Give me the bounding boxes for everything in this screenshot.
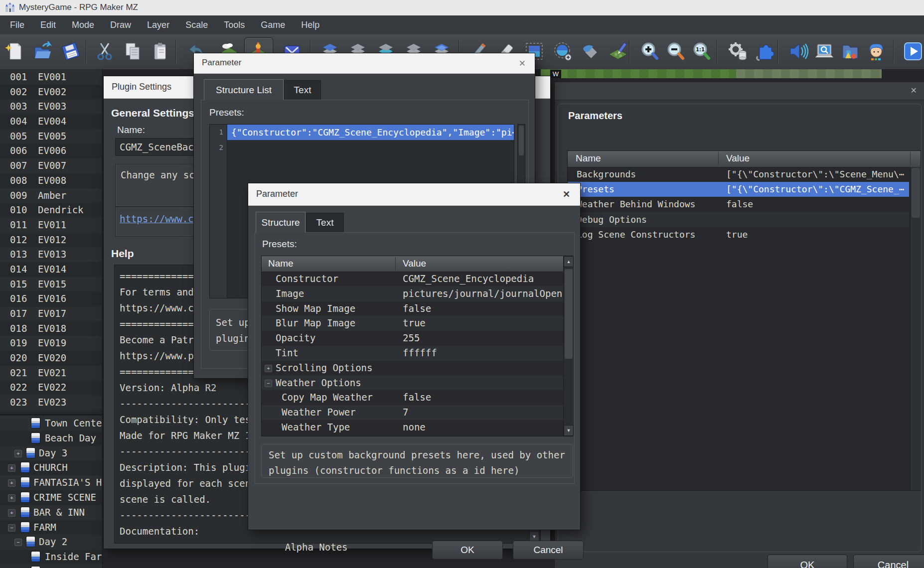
event-list-item[interactable]: 012EV012 [0, 233, 102, 248]
new-project-icon[interactable] [5, 41, 25, 61]
parameter-row[interactable]: Debug Options [568, 212, 909, 227]
event-list-item[interactable]: 005EV005 [0, 129, 102, 144]
menu-item-mode[interactable]: Mode [64, 15, 102, 34]
shadow-pen-icon[interactable] [608, 41, 628, 61]
row-expander-icon[interactable]: + [265, 365, 272, 372]
close-icon[interactable]: ✕ [519, 58, 526, 69]
tree-expander-icon[interactable]: + [8, 464, 15, 472]
structure-table-row[interactable]: Copy Map Weatherfalse [262, 390, 573, 405]
scrollbar-thumb[interactable] [912, 168, 920, 218]
event-list-item[interactable]: 021EV021 [0, 366, 102, 381]
parameter-row[interactable]: Presets["{\"Constructor\":\"CGMZ_Scene_⋯ [568, 182, 909, 197]
table-scrollbar[interactable] [910, 167, 921, 490]
structure-table-row[interactable]: Show Map Imagefalse [262, 301, 573, 316]
column-divider[interactable] [718, 152, 719, 165]
structure-table-row[interactable]: Opacity255 [262, 331, 573, 346]
structure-table-row[interactable]: +Scrolling Options [262, 361, 573, 376]
map-tree-item[interactable]: Inside Farm [0, 550, 102, 565]
event-list-item[interactable]: 017EV017 [0, 306, 102, 321]
structure-table-row[interactable]: Imagepictures/journal/journalOpen [262, 286, 573, 301]
column-header-name[interactable]: Name [268, 258, 294, 269]
menu-item-scale[interactable]: Scale [177, 15, 216, 34]
event-list-item[interactable]: 020EV020 [0, 351, 102, 366]
event-list-item[interactable]: 016EV016 [0, 291, 102, 306]
tree-expander-icon[interactable]: + [8, 479, 15, 487]
event-list-item[interactable]: 011EV011 [0, 218, 102, 233]
event-list-item[interactable]: 010Dendrick [0, 203, 102, 218]
zoom-actual-icon[interactable]: 1:1 [692, 41, 712, 61]
sound-test-icon[interactable] [788, 41, 808, 61]
preset-json-row-selected[interactable]: {"Constructor":"CGMZ_Scene_Encyclopedia"… [227, 125, 514, 140]
event-list-item[interactable]: 009Amber [0, 188, 102, 203]
plugin-manager-icon[interactable] [755, 41, 774, 61]
structure-table-row[interactable]: Blur Map Imagetrue [262, 316, 573, 331]
zoom-out-icon[interactable] [666, 41, 686, 61]
map-tree-item[interactable]: +Day 3 [0, 446, 102, 461]
dialog-titlebar[interactable]: Parameter✕ [194, 53, 535, 74]
structure-table-row[interactable]: Weather Typenone [262, 420, 573, 435]
cancel-button[interactable]: Cancel [853, 555, 924, 568]
column-header-value[interactable]: Value [726, 153, 750, 164]
scroll-down-icon[interactable]: ▼ [564, 425, 574, 436]
structure-table-row[interactable]: −Weather Options [262, 376, 573, 391]
database-icon[interactable] [728, 41, 748, 61]
structure-table-row[interactable]: Weather Power7 [262, 405, 573, 420]
fill-tool-icon[interactable] [580, 41, 600, 61]
open-project-icon[interactable] [33, 41, 53, 61]
event-list-item[interactable]: 013EV013 [0, 247, 102, 262]
event-list-item[interactable]: 022EV022 [0, 380, 102, 395]
parameter-row[interactable]: Weather Behind Windowsfalse [568, 197, 909, 212]
structure-table-row[interactable]: Tintffffff [262, 346, 573, 361]
tree-expander-icon[interactable]: + [14, 450, 22, 457]
scrollbar-thumb[interactable] [565, 269, 573, 359]
playtest-icon[interactable] [903, 41, 923, 61]
map-tree-item[interactable]: −FARM [0, 520, 102, 535]
event-list-item[interactable]: 019EV019 [0, 336, 102, 351]
map-tree-item[interactable] [0, 565, 102, 568]
scrollbar-thumb[interactable] [519, 126, 524, 155]
close-icon[interactable]: ✕ [563, 189, 570, 200]
event-list-item[interactable]: 004EV004 [0, 114, 102, 129]
resource-manager-icon[interactable] [840, 41, 860, 61]
ok-button[interactable]: OK [432, 541, 503, 560]
map-tree-item[interactable]: +FANTASIA'S HOUSE [0, 475, 102, 490]
event-list-item[interactable]: 002EV002 [0, 85, 102, 100]
tab-text[interactable]: Text [284, 80, 321, 100]
column-divider[interactable] [910, 152, 911, 165]
menu-item-edit[interactable]: Edit [32, 15, 64, 34]
cut-icon[interactable] [95, 41, 115, 61]
event-list-item[interactable]: 007EV007 [0, 158, 102, 173]
menu-item-game[interactable]: Game [253, 15, 293, 34]
scroll-up-icon[interactable]: ▲ [564, 256, 574, 267]
ok-button[interactable]: OK [768, 555, 847, 568]
tree-expander-icon[interactable]: − [8, 524, 15, 532]
menu-item-layer[interactable]: Layer [139, 15, 177, 34]
menu-item-tools[interactable]: Tools [216, 15, 253, 34]
menu-item-help[interactable]: Help [293, 15, 327, 34]
row-expander-icon[interactable]: − [265, 380, 272, 387]
event-list-item[interactable]: 023EV023 [0, 395, 102, 410]
map-tree-item[interactable]: Town Center [0, 416, 102, 431]
tree-expander-icon[interactable]: − [14, 539, 22, 546]
dialog-titlebar[interactable]: Parameter✕ [248, 183, 580, 206]
map-tree-item[interactable]: Beach Day 2 [0, 431, 102, 446]
menu-item-file[interactable]: File [2, 15, 32, 34]
save-icon[interactable] [61, 41, 81, 61]
event-list-item[interactable]: 003EV003 [0, 99, 102, 114]
cancel-button[interactable]: Cancel [513, 541, 584, 560]
event-search-icon[interactable] [814, 41, 834, 61]
tree-expander-icon[interactable]: + [8, 494, 15, 502]
column-divider[interactable] [395, 257, 396, 271]
structure-table-row[interactable]: ConstructorCGMZ_Scene_Encyclopedia [262, 272, 573, 286]
close-icon[interactable]: ✕ [911, 86, 917, 95]
parameter-row[interactable]: Backgrounds["{\"Constructor\":\"Scene_Me… [568, 167, 909, 182]
zoom-in-icon[interactable] [640, 41, 660, 61]
column-header-name[interactable]: Name [576, 153, 601, 164]
tab-text[interactable]: Text [306, 213, 344, 233]
table-scrollbar[interactable]: ▲ ▼ [563, 256, 574, 436]
menu-item-draw[interactable]: Draw [102, 15, 139, 34]
tab-structure-list[interactable]: Structure List [204, 79, 284, 100]
event-list-item[interactable]: 015EV015 [0, 277, 102, 292]
map-tree-item[interactable]: +BAR & INN [0, 505, 102, 520]
event-list-item[interactable]: 008EV008 [0, 173, 102, 188]
